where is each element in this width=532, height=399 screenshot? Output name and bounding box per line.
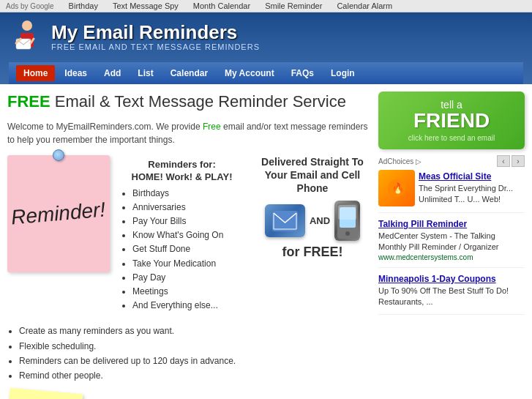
list-item: Birthdays [132, 187, 244, 201]
for-free-label: for FREE! [254, 245, 371, 260]
feature-item: Create as many reminders as you want. [19, 324, 371, 338]
and-label: AND [310, 215, 330, 226]
delivery-title: Delivered Straight To Your Email and Cel… [254, 155, 371, 195]
feature-item: Remind other people. [19, 368, 371, 383]
list-item: Meetings [132, 285, 244, 299]
main-content: FREE Email & Text Message Reminder Servi… [0, 84, 532, 399]
list-item: Pay Your Bills [132, 215, 244, 228]
ad-link-cal-alarm[interactable]: Calendar Alarm [337, 1, 392, 10]
nav-login[interactable]: Login [323, 65, 362, 81]
headline-rest: Email & Text Message Reminder Service [50, 92, 346, 111]
desc-free: Free [203, 122, 221, 132]
list-item: Know What's Going On [132, 228, 244, 242]
nav-account[interactable]: My Account [217, 65, 282, 81]
desc-start: Welcome to MyEmailReminders.com. We prov… [7, 122, 203, 132]
right-column: tell a FRIEND click here to send an emai… [378, 92, 525, 399]
click-text: click here to send an email [386, 134, 517, 142]
side-ad-1: Talking Pill Reminder MedCenter System -… [378, 219, 525, 268]
site-title: My Email Reminders [51, 22, 260, 43]
email-icon [265, 204, 305, 237]
list-item: Take Your Medication [132, 257, 244, 271]
ad-link-month-cal[interactable]: Month Calendar [193, 1, 250, 10]
content-row: Reminder! Reminders for: HOME! Work! & P… [7, 155, 371, 317]
left-column: FREE Email & Text Message Reminder Servi… [7, 92, 371, 399]
ad-link-smile[interactable]: Smile Reminder [265, 1, 322, 10]
side-ad-title-2[interactable]: Minneapolis 1-Day Coupons [378, 274, 525, 284]
phone-icon [334, 201, 360, 241]
nav-faqs[interactable]: FAQs [284, 65, 321, 81]
navbar: Home Ideas Add List Calendar My Account … [9, 62, 523, 84]
header-text: My Email Reminders FREE EMAIL AND TEXT M… [51, 22, 260, 52]
ad-bar: Ads by Google Birthday Text Message Spy … [0, 0, 532, 12]
feature-item: Reminders can be delivered up to 120 day… [19, 354, 371, 368]
side-ad-text-0: The Sprint Everything Dr... Unlimited T.… [419, 183, 525, 206]
delivery-box: Delivered Straight To Your Email and Cel… [254, 155, 371, 317]
side-ad-2: Minneapolis 1-Day Coupons Up To 90% Off … [378, 274, 525, 315]
side-ad-url-1: www.medcentersystems.com [378, 253, 525, 261]
list-item: Anniversaries [132, 201, 244, 215]
tell-friend-box[interactable]: tell a FRIEND click here to send an emai… [378, 92, 525, 149]
reminders-title: Reminders for: [119, 159, 244, 170]
prev-arrow[interactable]: ‹ [497, 155, 510, 167]
sticky-note: Reminder! [7, 155, 110, 272]
nav-list[interactable]: List [130, 65, 160, 81]
nav-arrows: ‹ › [497, 155, 525, 167]
reminders-box: Reminders for: HOME! Work! & PLAY! Birth… [116, 155, 248, 317]
friend-text: FRIEND [386, 111, 517, 131]
svg-rect-5 [272, 211, 298, 231]
features-list: Create as many reminders as you want. Fl… [7, 324, 371, 384]
nav-calendar[interactable]: Calendar [163, 65, 215, 81]
email-phone-icons: AND [254, 201, 371, 241]
tagline: FREE EMAIL AND TEXT MESSAGE REMINDERS [51, 42, 260, 51]
list-item: Pay Day [132, 271, 244, 285]
side-ads: 🔥 Meas Official Site The Sprint Everythi… [378, 170, 525, 315]
ad-link-birthday[interactable]: Birthday [69, 1, 98, 10]
list-item: And Everything else... [132, 299, 244, 313]
sticky-pin [53, 149, 64, 161]
svg-point-0 [22, 20, 32, 31]
header: My Email Reminders FREE EMAIL AND TEXT M… [0, 12, 532, 84]
reminders-subtitle: HOME! Work! & PLAY! [119, 171, 244, 182]
svg-rect-10 [340, 207, 356, 228]
side-ad-0: 🔥 Meas Official Site The Sprint Everythi… [378, 170, 525, 213]
hero-headline: FREE Email & Text Message Reminder Servi… [7, 92, 371, 113]
ad-choices-bar: AdChoices ▷ ‹ › [378, 155, 525, 167]
logo-area: My Email Reminders FREE EMAIL AND TEXT M… [9, 18, 260, 55]
free-label: FREE [7, 92, 50, 111]
hero-text: FREE Email & Text Message Reminder Servi… [7, 92, 371, 146]
nav-ideas[interactable]: Ideas [57, 65, 94, 81]
hero-description: Welcome to MyEmailReminders.com. We prov… [7, 120, 371, 146]
svg-text:🔥: 🔥 [391, 182, 405, 195]
ads-label: Ads by Google [6, 2, 54, 10]
reminder-label: Reminder! [10, 198, 106, 229]
logo-icon [9, 18, 45, 55]
next-arrow[interactable]: › [512, 155, 525, 167]
signup-sticky[interactable]: signup [5, 388, 83, 399]
signup-area: signup [7, 391, 371, 399]
side-ad-title-0[interactable]: Meas Official Site [419, 171, 525, 182]
side-ad-title-1[interactable]: Talking Pill Reminder [378, 219, 525, 229]
list-item: Get Stuff Done [132, 242, 244, 256]
side-ad-text-1: MedCenter System - The Talking Monthly P… [378, 231, 525, 253]
ad-link-text-spy[interactable]: Text Message Spy [113, 1, 179, 10]
reminders-list: Birthdays Anniversaries Pay Your Bills K… [119, 187, 244, 313]
side-ad-text-2: Up To 90% Off The Best Stuff To Do! Rest… [378, 286, 525, 308]
svg-point-11 [345, 231, 350, 236]
nav-add[interactable]: Add [97, 65, 128, 81]
ad-choices-label: AdChoices ▷ [378, 157, 422, 165]
nav-home[interactable]: Home [16, 65, 55, 81]
feature-item: Flexible scheduling. [19, 339, 371, 354]
ad0-image: 🔥 [378, 170, 415, 206]
